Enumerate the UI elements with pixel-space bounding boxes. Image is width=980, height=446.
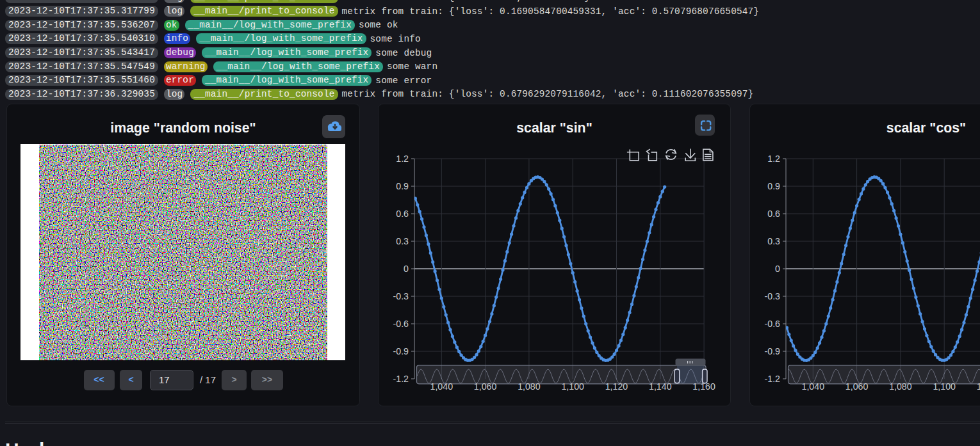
svg-text:1,080: 1,080 [889,381,912,392]
svg-text:1,140: 1,140 [649,381,672,392]
svg-text:1,060: 1,060 [474,381,497,392]
svg-text:-0.3: -0.3 [393,291,409,301]
svg-text:0.9: 0.9 [396,181,409,191]
svg-text:1.2: 1.2 [396,154,409,164]
svg-text:1,120: 1,120 [605,381,628,392]
svg-text:1,100: 1,100 [933,381,956,392]
svg-text:0: 0 [775,264,780,274]
svg-text:-0.9: -0.9 [765,346,781,356]
svg-text:-1.2: -1.2 [765,374,781,384]
svg-text:1,040: 1,040 [430,381,453,392]
svg-text:0: 0 [404,264,409,274]
svg-text:1,060: 1,060 [845,381,869,392]
svg-text:0.3: 0.3 [396,236,409,246]
svg-text:-0.6: -0.6 [393,319,409,329]
svg-text:1.2: 1.2 [767,154,780,164]
svg-text:1,080: 1,080 [518,381,541,392]
svg-text:0.6: 0.6 [396,209,409,219]
svg-text:-1.2: -1.2 [393,374,409,384]
svg-text:1,160: 1,160 [692,381,715,392]
svg-text:-0.9: -0.9 [393,346,409,356]
svg-text:-0.3: -0.3 [765,291,781,301]
svg-text:1,120: 1,120 [977,381,980,392]
svg-text:1,100: 1,100 [561,381,584,392]
svg-text:0.3: 0.3 [767,236,780,246]
svg-text:0.9: 0.9 [767,181,780,191]
svg-text:0.6: 0.6 [767,209,780,219]
svg-text:1,040: 1,040 [802,381,825,392]
svg-text:-0.6: -0.6 [765,319,781,329]
